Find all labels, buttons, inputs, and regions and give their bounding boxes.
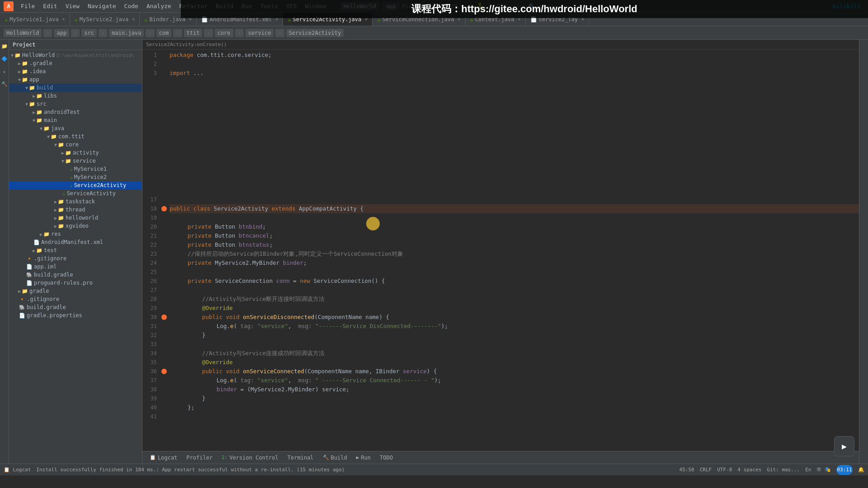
tree-myservice2[interactable]: ☕ MyService2 [9,173,142,181]
close-tab-context[interactable]: × [518,17,520,22]
path-src[interactable]: src [81,29,97,37]
tree-gradle-root[interactable]: ▶ 📁 gradle [9,287,142,295]
menu-analyze[interactable]: Analyze [143,2,175,10]
build-icon[interactable]: 🔨 [1,81,8,89]
tree-proguard[interactable]: 📄 proguard-rules.pro [9,279,142,287]
status-indent[interactable]: 4 spaces [737,467,761,473]
close-tab-myservice1[interactable]: × [62,17,65,22]
tab-service2activity[interactable]: ☕ Service2Activity.java × [283,13,373,26]
code-line-empty10 [170,159,859,168]
tree-test[interactable]: ▶ 📁 test [9,246,142,254]
tree-res[interactable]: ▶ 📁 res [9,230,142,238]
tree-com-ttit[interactable]: ▼ 📁 com.ttit [9,132,142,141]
menu-window[interactable]: Window [302,2,330,10]
favorites-icon[interactable]: ★ [1,69,8,76]
tree-build[interactable]: ▼ 📁 build [9,84,142,92]
tree-androidtest[interactable]: ▶ 📁 androidTest [9,108,142,116]
menu-run[interactable]: Run [238,2,255,10]
status-encoding[interactable]: UTF-8 [717,467,732,473]
tree-service2activity[interactable]: ☕ Service2Activity [9,181,142,189]
menu-code[interactable]: Code [121,2,142,10]
path-service[interactable]: service [245,29,274,37]
status-linesep[interactable]: CRLF [700,467,712,473]
tab-myservice1[interactable]: ☕ MyService1.java × [0,13,70,26]
tree-serviceactivity[interactable]: ☕ ServiceActivity [9,189,142,197]
run-config-app[interactable]: app [382,2,400,10]
close-tab-serviceconnection[interactable]: × [458,17,461,22]
menu-refactor[interactable]: Refactor [176,2,212,10]
tab-service2lay[interactable]: 📄 service2_lay × [526,13,590,26]
tree-gradleproperties[interactable]: 📄 gradle.properties [9,311,142,319]
menu-build[interactable]: Build [212,2,237,10]
close-tab-myservice2[interactable]: × [132,17,135,22]
tree-java[interactable]: ▼ 📁 java [9,124,142,132]
tab-androidmanifest[interactable]: 📄 AndroidManifest.xml × [197,13,283,26]
tab-build[interactable]: 🔨 Build [319,454,351,462]
tree-buildgradle-root[interactable]: 🐘 build.gradle [9,303,142,311]
tab-context[interactable]: ☕ Context.java × [466,13,526,26]
menu-navigate[interactable]: Navigate [84,2,120,10]
menu-edit[interactable]: Edit [39,2,61,10]
play-button[interactable] [834,436,854,456]
tree-gradle[interactable]: ▶ 📁 .gradle [9,59,142,67]
path-app[interactable]: app [54,29,69,37]
path-service2activity[interactable]: Service2Activity [286,29,344,37]
status-position[interactable]: 45:50 [679,467,694,473]
tab-run[interactable]: ▶ Run [353,454,374,462]
tree-xgvideo[interactable]: ▶ 📁 xgvideo [9,222,142,230]
tree-main[interactable]: ▼ 📁 main [9,116,142,124]
tab-binder[interactable]: ☕ Binder.java × [140,13,197,26]
tree-idea[interactable]: ▶ 📁 .idea [9,67,142,75]
path-core[interactable]: core [215,29,233,37]
tree-service-folder[interactable]: ▼ 📁 service [9,157,142,165]
tree-gitignore-app[interactable]: 🔸 .gitignore [9,254,142,263]
device-pixel3[interactable]: Pixel 3 XL API 29 ▼ [402,3,464,9]
tree-appiml[interactable]: 📄 app.iml [9,263,142,271]
tab-todo[interactable]: TODO [376,454,396,462]
tab-serviceconnection[interactable]: ☕ ServiceConnection.java × [373,13,465,26]
tab-logcat[interactable]: 📋 Logcat [146,454,181,462]
tree-androidmanifest-xml[interactable]: 📄 AndroidManifest.xml [9,238,142,246]
menu-file[interactable]: File [17,2,38,10]
tab-terminal[interactable]: Terminal [284,454,317,462]
structure-icon[interactable]: 🔷 [1,56,8,63]
tab-versioncontrol[interactable]: 2: Version Control [218,454,282,462]
tree-taskstack[interactable]: ▶ 📁 taskstack [9,197,142,206]
status-lang[interactable]: En [805,467,811,473]
status-clock[interactable]: 03:11 [836,465,853,475]
status-logcat[interactable]: 📋 Logcat [4,467,31,473]
close-tab-androidmanifest[interactable]: × [275,17,278,22]
main-layout: 📁 🔷 ★ 🔨 Project ▼ 📁 HelloWorld D:\worksp… [0,40,868,464]
status-git[interactable]: Git: mas... [767,467,800,473]
status-input[interactable]: 半 🎭 [816,466,831,473]
project-tree[interactable]: ▼ 📁 HelloWorld D:\workspace\ttit\android… [9,50,142,464]
tree-thread[interactable]: ▶ 📁 thread [9,206,142,214]
tree-core[interactable]: ▼ 📁 core [9,141,142,149]
run-config-hello[interactable]: HelloWorld [340,2,380,10]
run-button[interactable]: ▶ [471,2,475,10]
tree-activity[interactable]: ▶ 📁 activity [9,149,142,157]
tree-myservice1[interactable]: ☕ MyService1 [9,165,142,173]
tree-libs[interactable]: ▶ 📁 libs [9,92,142,100]
tree-helloworld-pkg[interactable]: ▶ 📁 helloworld [9,214,142,222]
tab-myservice2[interactable]: ☕ MyService2.java × [70,13,140,26]
menu-vcs[interactable]: VCS [283,2,300,10]
path-main[interactable]: main.java [109,29,144,37]
path-ttit[interactable]: ttit [184,29,203,37]
path-com[interactable]: com [156,29,172,37]
close-tab-binder[interactable]: × [189,17,192,22]
project-icon[interactable]: 📁 [1,43,8,51]
tree-src[interactable]: ▼ 📁 src [9,100,142,108]
menu-view[interactable]: View [62,2,83,10]
code-content[interactable]: package com.ttit.core.service; import ..… [168,50,859,451]
close-tab-service2activity[interactable]: × [365,17,368,22]
tree-buildgradle-app[interactable]: 🐘 build.gradle [9,271,142,279]
path-helloworld[interactable]: HelloWorld [4,29,42,37]
tree-helloworld[interactable]: ▼ 📁 HelloWorld D:\workspace\ttit\android… [9,51,142,59]
menu-tools[interactable]: Tools [257,2,282,10]
tab-profiler[interactable]: Profiler [183,454,216,462]
close-tab-service2lay[interactable]: × [581,17,584,22]
debug-button[interactable]: 🐛 [477,2,486,10]
tree-app[interactable]: ▼ 📁 app [9,75,142,84]
tree-gitignore-root[interactable]: 🔸 .gitignore [9,295,142,303]
